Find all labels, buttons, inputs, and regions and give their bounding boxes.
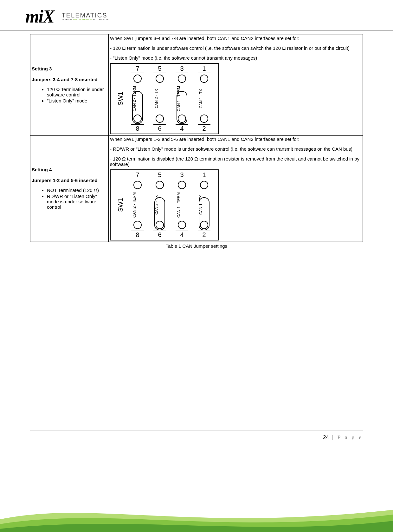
sw1-diagram: SW1 7 CAN 2 - TERM 8 5 (110, 169, 219, 240)
diagram-column: 7 CAN 2 - TERM 8 (128, 170, 147, 240)
brand-block: TELEMATICS MOBILE INFORMATION EXCHANGE (58, 12, 108, 21)
diagram-column: 5 CAN 2 - TX 6 (150, 170, 169, 240)
bullet-list: NOT Terminated (120 Ω) RD/WR or "Listen … (32, 187, 108, 210)
list-item: 120 Ω Termination is under software cont… (47, 87, 108, 97)
pin-circle (133, 221, 142, 229)
pin-circle (200, 115, 208, 123)
table-row: Setting 3 Jumpers 3-4 and 7-8 inserted 1… (31, 35, 363, 135)
table-caption: Table 1 CAN Jumper settings (30, 243, 363, 249)
brand-title: TELEMATICS (61, 12, 108, 18)
description-cell: When SW1 jumpers 3-4 and 7-8 are inserte… (109, 35, 363, 135)
pin-circle (178, 221, 186, 229)
mix-logo: miX (25, 6, 54, 27)
list-item: NOT Terminated (120 Ω) (47, 187, 108, 193)
diagram-column: 7 CAN 2 - TERM 8 (128, 64, 147, 134)
setting-sub: Jumpers 1-2 and 5-6 inserted (32, 178, 108, 183)
sw1-diagram: SW1 7 CAN 2 - TERM 8 5 (110, 63, 219, 134)
setting-cell: Setting 3 Jumpers 3-4 and 7-8 inserted 1… (31, 35, 109, 135)
pin-circle (200, 181, 208, 189)
table-row: Setting 4 Jumpers 1-2 and 5-6 inserted N… (31, 135, 363, 242)
description-cell: When SW1 jumpers 1-2 and 5-6 are inserte… (109, 135, 363, 242)
pin-circle (133, 181, 142, 189)
footer-rule (30, 430, 363, 430)
pin-circle (133, 75, 142, 83)
setting-cell: Setting 4 Jumpers 1-2 and 5-6 inserted N… (31, 135, 109, 242)
diagram-column: 5 CAN 2 - TX 6 (150, 64, 169, 134)
pin-circle (178, 115, 186, 123)
pin-circle (200, 75, 208, 83)
bullet-list: 120 Ω Termination is under software cont… (32, 87, 108, 103)
sw-label: SW1 (117, 198, 124, 212)
diagram-column: 3 CAN 1 - TERM 4 (172, 170, 191, 240)
page-number: 24 | P a g e (323, 434, 363, 441)
diagram-column: 1 CAN 1 - TX 2 (195, 64, 214, 134)
description-text: When SW1 jumpers 3-4 and 7-8 are inserte… (110, 36, 361, 61)
content: Setting 3 Jumpers 3-4 and 7-8 inserted 1… (0, 31, 393, 249)
diagram-column: 3 CAN 1 - TERM 4 (172, 64, 191, 134)
brand-sub: MOBILE INFORMATION EXCHANGE (61, 18, 108, 21)
sw-label: SW1 (117, 92, 124, 105)
pin-circle (156, 75, 164, 83)
logo-row: miX TELEMATICS MOBILE INFORMATION EXCHAN… (25, 6, 368, 27)
pin-circle (178, 181, 186, 189)
pin-circle (156, 181, 164, 189)
pin-circle (200, 221, 208, 229)
list-item: RD/WR or "Listen Only" mode is under sof… (47, 194, 108, 210)
diagram-column: 1 CAN 1 - TX 2 (195, 170, 214, 240)
description-text: When SW1 jumpers 1-2 and 5-6 are inserte… (110, 136, 361, 167)
page-header: miX TELEMATICS MOBILE INFORMATION EXCHAN… (0, 0, 393, 28)
footer-wave-icon (0, 497, 393, 532)
pin-circle (156, 221, 164, 229)
pin-circle (156, 115, 164, 123)
pin-circle (178, 75, 186, 83)
setting-title: Setting 3 (32, 66, 108, 71)
setting-title: Setting 4 (32, 167, 108, 172)
setting-sub: Jumpers 3-4 and 7-8 inserted (32, 77, 108, 82)
list-item: "Listen Only" mode (47, 98, 108, 103)
settings-table: Setting 3 Jumpers 3-4 and 7-8 inserted 1… (30, 34, 363, 242)
pin-circle (133, 115, 142, 123)
